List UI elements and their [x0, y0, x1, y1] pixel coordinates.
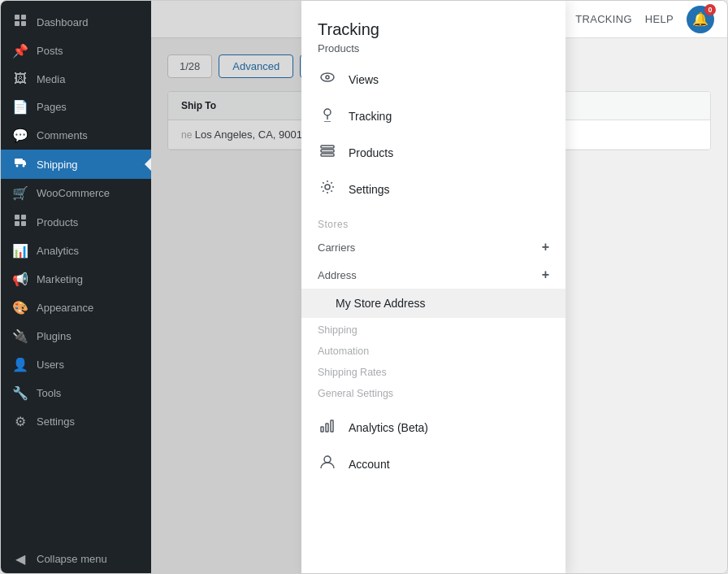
sidebar-label-shipping: Shipping — [37, 159, 140, 171]
account-label: Account — [349, 458, 390, 471]
tracking-title: Tracking — [318, 14, 549, 39]
products-menu-icon — [318, 142, 337, 163]
dropdown-item-settings[interactable]: Settings — [301, 171, 566, 207]
sidebar-item-appearance[interactable]: 🎨 Appearance — [1, 294, 151, 322]
tracking-subtitle: Products — [318, 42, 549, 54]
sidebar-item-posts[interactable]: 📌 Posts — [1, 37, 151, 65]
dropdown-item-views[interactable]: Views — [301, 61, 566, 98]
tools-icon: 🔧 — [12, 385, 28, 401]
sidebar-item-settings[interactable]: ⚙ Settings — [1, 407, 151, 436]
svg-rect-0 — [15, 15, 20, 20]
svg-point-17 — [325, 185, 330, 189]
section-general-settings-label: General Settings — [301, 381, 566, 402]
app-container: Dashboard 📌 Posts 🖼 Media 📄 Pages 💬 Comm… — [0, 0, 728, 574]
analytics-icon: 📊 — [12, 243, 28, 259]
svg-rect-2 — [15, 21, 20, 26]
svg-rect-19 — [326, 424, 328, 432]
sidebar-item-analytics[interactable]: 📊 Analytics — [1, 237, 151, 265]
account-icon — [318, 454, 337, 474]
sidebar: Dashboard 📌 Posts 🖼 Media 📄 Pages 💬 Comm… — [1, 1, 151, 573]
svg-rect-9 — [15, 221, 20, 226]
dropdown-item-products[interactable]: Products — [301, 134, 566, 171]
carriers-label: Carriers — [318, 241, 355, 254]
settings-menu-icon — [318, 179, 337, 199]
sidebar-label-users: Users — [37, 359, 140, 371]
sidebar-item-marketing[interactable]: 📢 Marketing — [1, 265, 151, 294]
dropdown-panel: Tracking Products Views Tracking — [301, 1, 566, 573]
section-automation-label: Automation — [301, 339, 566, 360]
address-plus-icon[interactable]: + — [542, 267, 549, 282]
dropdown-label-views: Views — [349, 73, 379, 86]
svg-rect-1 — [21, 15, 26, 20]
views-icon — [318, 69, 337, 89]
dropdown-item-tracking[interactable]: Tracking — [301, 98, 566, 134]
sidebar-item-plugins[interactable]: 🔌 Plugins — [1, 322, 151, 350]
media-icon: 🖼 — [12, 72, 28, 86]
sidebar-label-settings: Settings — [37, 415, 140, 428]
svg-rect-20 — [331, 420, 333, 432]
svg-point-6 — [23, 165, 25, 167]
sidebar-label-appearance: Appearance — [37, 302, 140, 314]
svg-point-11 — [321, 73, 334, 81]
dropdown-my-store-address[interactable]: My Store Address — [301, 289, 566, 318]
pages-icon: 📄 — [12, 99, 28, 115]
dropdown-item-account[interactable]: Account — [301, 446, 566, 482]
svg-point-5 — [16, 165, 19, 167]
sidebar-item-shipping[interactable]: Shipping — [1, 150, 151, 179]
section-carriers[interactable]: Carriers + — [301, 233, 566, 261]
sidebar-item-tools[interactable]: 🔧 Tools — [1, 379, 151, 407]
sidebar-item-pages[interactable]: 📄 Pages — [1, 93, 151, 121]
sidebar-label-posts: Posts — [37, 45, 140, 57]
svg-point-13 — [324, 109, 331, 115]
appearance-icon: 🎨 — [12, 300, 28, 315]
collapse-icon: ◀ — [12, 551, 28, 567]
svg-rect-15 — [321, 150, 334, 152]
sidebar-item-media[interactable]: 🖼 Media — [1, 65, 151, 93]
tracking-header-area: Tracking Products — [301, 1, 566, 61]
sidebar-item-collapse[interactable]: ◀ Collapse menu — [1, 545, 151, 573]
sidebar-label-media: Media — [37, 73, 140, 85]
sidebar-item-users[interactable]: 👤 Users — [1, 350, 151, 379]
svg-rect-10 — [21, 221, 26, 226]
sidebar-item-comments[interactable]: 💬 Comments — [1, 121, 151, 150]
dropdown-item-analytics-beta[interactable]: Analytics (Beta) — [301, 409, 566, 446]
tracking-icon — [318, 106, 337, 126]
sidebar-label-dashboard: Dashboard — [37, 16, 140, 28]
sidebar-label-tools: Tools — [37, 387, 140, 399]
svg-point-21 — [324, 456, 331, 463]
section-stores-label: Stores — [301, 211, 566, 233]
section-address[interactable]: Address + — [301, 261, 566, 289]
products-icon — [12, 214, 28, 230]
notification-badge: 0 — [704, 4, 716, 15]
sidebar-label-collapse: Collapse menu — [37, 553, 140, 565]
svg-rect-3 — [21, 21, 26, 26]
carriers-plus-icon[interactable]: + — [542, 240, 549, 254]
svg-rect-14 — [321, 146, 334, 148]
sidebar-item-products[interactable]: Products — [1, 207, 151, 237]
topnav-tracking[interactable]: TRACKING — [575, 10, 632, 28]
main-content: MANIFEST TRACKING HELP 🔔 0 1/28 Advanced… — [151, 1, 727, 573]
sidebar-label-pages: Pages — [37, 101, 140, 113]
posts-icon: 📌 — [12, 43, 28, 59]
svg-rect-16 — [321, 154, 334, 156]
sidebar-label-plugins: Plugins — [37, 330, 140, 342]
address-label: Address — [318, 269, 357, 281]
sidebar-label-comments: Comments — [37, 129, 140, 141]
sidebar-item-woocommerce[interactable]: 🛒 WooCommerce — [1, 179, 151, 207]
my-store-address-label: My Store Address — [336, 297, 426, 310]
sidebar-label-analytics: Analytics — [37, 245, 140, 257]
woocommerce-icon: 🛒 — [12, 185, 28, 201]
sidebar-label-marketing: Marketing — [37, 273, 140, 285]
comments-icon: 💬 — [12, 128, 28, 143]
sidebar-item-dashboard[interactable]: Dashboard — [1, 7, 151, 37]
topnav-help[interactable]: HELP — [645, 10, 674, 28]
sidebar-label-woocommerce: WooCommerce — [37, 187, 140, 199]
dashboard-icon — [12, 14, 28, 30]
settings-icon: ⚙ — [12, 414, 28, 429]
sidebar-label-products: Products — [37, 216, 140, 228]
svg-rect-8 — [21, 215, 26, 220]
section-shipping-label: Shipping — [301, 318, 566, 339]
dropdown-label-products: Products — [349, 146, 393, 159]
svg-point-12 — [326, 76, 329, 79]
notification-bell[interactable]: 🔔 0 — [687, 6, 714, 33]
